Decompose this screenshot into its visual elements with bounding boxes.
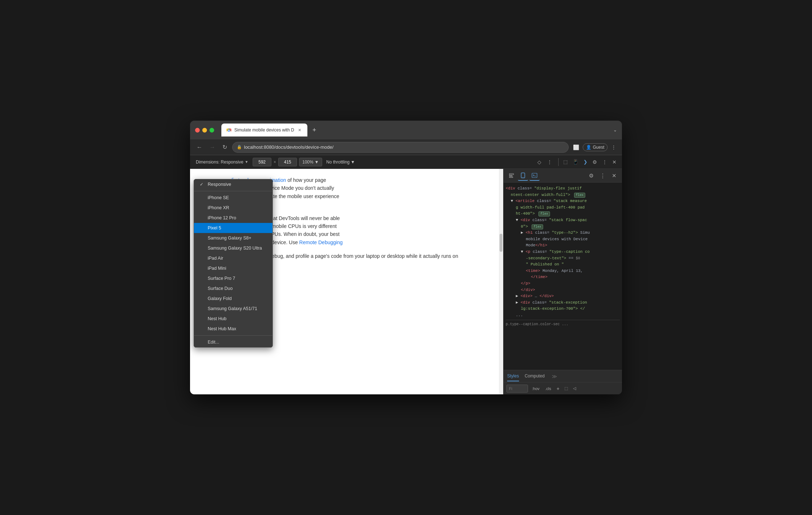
- close-panel-button[interactable]: ✕: [609, 171, 619, 181]
- breadcrumb-text: p.type--caption.color-sec ...: [506, 322, 568, 326]
- width-input[interactable]: [253, 158, 271, 166]
- dropdown-item-pixel-5[interactable]: ✓ Pixel 5: [194, 223, 272, 233]
- tab-chevron-icon[interactable]: ⌄: [613, 127, 617, 133]
- hover-filter-tag[interactable]: :hov: [530, 386, 541, 391]
- dropdown-item-samsung-s8[interactable]: ✓ Samsung Galaxy S8+: [194, 233, 272, 243]
- dropdown-item-iphone-xr[interactable]: ✓ iPhone XR: [194, 203, 272, 213]
- device-mode-icon[interactable]: [518, 171, 528, 181]
- check-icon: ✓: [200, 182, 205, 187]
- zoom-chevron-icon: ▼: [315, 160, 319, 165]
- code-line: ▼ <div class= "stack flow-spac: [506, 217, 620, 224]
- device-icon-button[interactable]: 📱: [571, 158, 580, 166]
- add-class-button[interactable]: +: [555, 385, 561, 392]
- elements-panel-icon[interactable]: [506, 171, 516, 181]
- dimension-separator: ×: [274, 160, 276, 165]
- cast-button[interactable]: ⬜: [572, 143, 581, 152]
- new-tab-button[interactable]: +: [310, 126, 319, 135]
- close-button[interactable]: [195, 128, 200, 133]
- cls-filter-tag[interactable]: .cls: [543, 386, 553, 391]
- tab-title: Simulate mobile devices with D: [234, 127, 294, 133]
- traffic-lights: [195, 128, 214, 133]
- minimize-button[interactable]: [202, 128, 207, 133]
- scrollbar-thumb[interactable]: [500, 234, 502, 252]
- dropdown-item-label: iPhone SE: [208, 195, 229, 200]
- tab-bar: Simulate mobile devices with D ✕ + ⌄: [221, 124, 617, 136]
- guest-label: Guest: [593, 145, 604, 150]
- forward-button[interactable]: →: [207, 143, 217, 152]
- dropdown-item-edit[interactable]: ✓ Edit...: [194, 337, 272, 347]
- dropdown-item-ipad-mini[interactable]: ✓ iPad Mini: [194, 263, 272, 273]
- console-panel-icon[interactable]: [529, 171, 540, 181]
- height-input[interactable]: [278, 158, 297, 166]
- guest-icon: 👤: [586, 145, 591, 150]
- dropdown-item-nest-hub[interactable]: ✓ Nest Hub: [194, 314, 272, 324]
- code-line: ▶ <div> … </div>: [506, 293, 620, 300]
- dimensions-label: Dimensions: Responsive: [196, 160, 243, 165]
- dropdown-item-surface-pro[interactable]: ✓ Surface Pro 7: [194, 273, 272, 283]
- code-line: " Published on ": [506, 261, 620, 268]
- devtools-filter-bar: :hov .cls + ⬚ ◁: [504, 382, 622, 394]
- toggle-light-dark[interactable]: ◁: [572, 385, 577, 391]
- dropdown-item-samsung-a51[interactable]: ✓ Samsung Galaxy A51/71: [194, 304, 272, 314]
- more-options-button[interactable]: ⋮: [545, 158, 554, 166]
- dropdown-item-ipad-air[interactable]: ✓ iPad Air: [194, 253, 272, 263]
- computed-style-icon[interactable]: ⬚: [563, 385, 569, 391]
- lock-icon: 🔒: [237, 145, 242, 149]
- console-icon-button[interactable]: ❯: [582, 158, 589, 166]
- more-panel-options-button[interactable]: ⋮: [597, 171, 608, 181]
- code-line: ▼ <article class= "stack measure: [506, 198, 620, 205]
- throttle-label: No throttling: [326, 160, 350, 165]
- devtools-toolbar: Dimensions: Responsive ▼ × 100% ▼ No thr…: [190, 155, 622, 169]
- more-devtools-button[interactable]: ⋮: [600, 158, 609, 166]
- back-button[interactable]: ←: [194, 143, 204, 152]
- dropdown-item-label: iPad Mini: [208, 266, 226, 271]
- dropdown-item-responsive[interactable]: ✓ Responsive: [194, 179, 272, 189]
- devtools-bottom-tabs: Styles Computed ≫: [504, 370, 622, 382]
- dropdown-divider-2: [194, 335, 272, 336]
- menu-button[interactable]: ⋮: [610, 143, 618, 152]
- devtools-panel: ⚙ ⋮ ✕ <div class= "display-flex justif n…: [503, 169, 622, 394]
- settings-icon-button[interactable]: ⚙: [591, 158, 599, 166]
- address-text: localhost:8080/docs/devtools/device-mode…: [244, 144, 564, 150]
- scrollbar[interactable]: [499, 169, 503, 394]
- dropdown-item-iphone-se[interactable]: ✓ iPhone SE: [194, 193, 272, 203]
- code-line: </div>: [506, 287, 620, 294]
- guest-button[interactable]: 👤 Guest: [583, 143, 608, 151]
- device-dropdown[interactable]: ✓ Responsive ✓ iPhone SE ✓ iPhone XR ✓: [194, 179, 273, 348]
- title-bar: Simulate mobile devices with D ✕ + ⌄: [190, 121, 622, 139]
- inspector-icon-button[interactable]: ⬚: [561, 158, 569, 166]
- code-line: ...: [506, 312, 620, 319]
- code-line: ▶ <div class= "stack-exception: [506, 300, 620, 306]
- code-line: g width-full pad-left-400 pad: [506, 205, 620, 211]
- refresh-button[interactable]: ↻: [220, 142, 229, 152]
- tab-close-button[interactable]: ✕: [297, 127, 302, 133]
- page-content[interactable]: first-order approximation of how your pa…: [190, 169, 503, 394]
- sensors-button[interactable]: ◇: [536, 158, 543, 166]
- tab-more-chevron-icon[interactable]: ≫: [552, 373, 557, 379]
- dropdown-item-label: Pixel 5: [208, 225, 221, 230]
- code-line: </time>: [506, 274, 620, 281]
- devtools-code[interactable]: <div class= "display-flex justif ntent-c…: [504, 183, 622, 370]
- tab-styles[interactable]: Styles: [507, 371, 519, 381]
- dropdown-item-label: Surface Pro 7: [208, 276, 235, 281]
- dropdown-item-label: Nest Hub: [208, 316, 226, 321]
- dropdown-item-surface-duo[interactable]: ✓ Surface Duo: [194, 283, 272, 294]
- dimensions-chevron-icon: ▼: [245, 160, 248, 164]
- dropdown-divider-1: [194, 191, 272, 191]
- close-devtools-button[interactable]: ✕: [610, 158, 618, 166]
- remote-debugging-link[interactable]: Remote Debugging: [299, 239, 343, 245]
- dropdown-item-samsung-s20[interactable]: ✓ Samsung Galaxy S20 Ultra: [194, 243, 272, 253]
- zoom-button[interactable]: 100% ▼: [299, 158, 322, 166]
- address-bar[interactable]: 🔒 localhost:8080/docs/devtools/device-mo…: [232, 142, 569, 153]
- tab-computed[interactable]: Computed: [525, 371, 545, 381]
- dropdown-item-iphone-12-pro[interactable]: ✓ iPhone 12 Pro: [194, 213, 272, 223]
- throttle-button[interactable]: No throttling ▼: [324, 158, 357, 166]
- styles-filter-input[interactable]: [506, 385, 528, 393]
- dropdown-item-galaxy-fold[interactable]: ✓ Galaxy Fold: [194, 294, 272, 304]
- maximize-button[interactable]: [209, 128, 214, 133]
- settings-icon-button[interactable]: ⚙: [586, 171, 596, 181]
- active-tab[interactable]: Simulate mobile devices with D ✕: [221, 124, 307, 136]
- dimensions-dropdown-trigger[interactable]: Dimensions: Responsive ▼: [194, 158, 251, 166]
- chrome-icon: [226, 127, 231, 133]
- dropdown-item-nest-hub-max[interactable]: ✓ Nest Hub Max: [194, 324, 272, 334]
